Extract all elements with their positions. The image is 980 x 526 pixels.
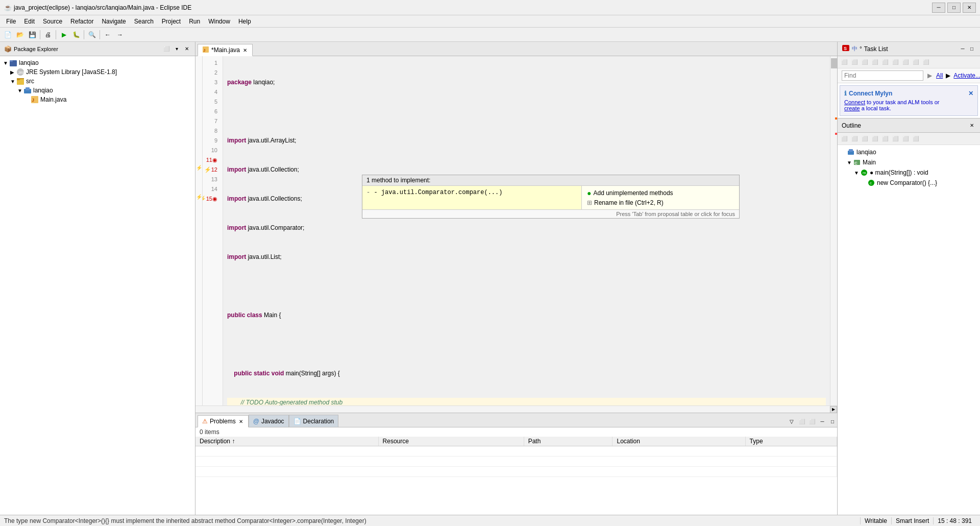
ac-rename-icon: ⊞ [587, 199, 592, 206]
outline-tb-btn2[interactable]: ⬜ [850, 134, 859, 144]
tree-item-src[interactable]: ▼ src [2, 77, 193, 86]
tab-declaration[interactable]: 📄 Declaration [289, 415, 339, 427]
editor-area: ⚡ ⚡ 1 2 3 4 5 6 7 8 9 10 11◉ ⚡12 13 14 [195, 56, 837, 405]
outline-tb-btn1[interactable]: ⬜ [840, 134, 849, 144]
tl-tb-btn1[interactable]: ⬜ [840, 58, 849, 67]
tab-problems-close[interactable]: ✕ [238, 418, 244, 424]
bottom-max-btn[interactable]: □ [828, 417, 837, 426]
ac-rename[interactable]: ⊞ Rename in file (Ctrl+2, R) [584, 198, 737, 207]
tree-item-jre[interactable]: ▶ JRE JRE System Library [JavaSE-1.8] [2, 67, 193, 77]
ac-add-icon: ● [587, 189, 591, 197]
lm-8 [195, 124, 202, 134]
editor-tab-close[interactable]: ✕ [242, 47, 248, 53]
menu-source[interactable]: Source [39, 17, 66, 26]
menu-window[interactable]: Window [204, 17, 234, 26]
tl-tb-btn4[interactable]: ⬜ [870, 58, 879, 67]
tl-tb-btn8[interactable]: ⬜ [911, 58, 920, 67]
outline-tb-btn5[interactable]: ⬜ [880, 134, 890, 144]
col-desc-label: Description [200, 438, 230, 445]
ac-item-compare[interactable]: - - java.util.Comparator.compare(...) [362, 188, 581, 197]
outline-close[interactable]: ✕ [968, 122, 976, 130]
col-resource[interactable]: Resource [378, 437, 524, 446]
bottom-min-btn[interactable]: ─ [818, 417, 827, 426]
tl-tb-btn9[interactable]: ⬜ [921, 58, 930, 67]
cm-link1[interactable]: Connect [844, 99, 865, 105]
bottom-toolbar-btn2[interactable]: ⬜ [807, 417, 817, 426]
table-row-empty3 [195, 467, 837, 477]
toolbar-run-button[interactable]: ▶ [58, 29, 69, 40]
bottom-toolbar-btn1[interactable]: ⬜ [797, 417, 806, 426]
pkg-menu-btn[interactable]: ▾ [173, 45, 181, 53]
col-path[interactable]: Path [524, 437, 612, 446]
toolbar-forward-button[interactable]: → [114, 29, 126, 40]
main-layout: 📦 Package Explorer ⬜ ▾ ✕ ▼ lanqiao ▶ JRE [0, 42, 980, 515]
outline-item-method[interactable]: ▼ m ● main(String[]) : void [840, 168, 978, 178]
minimize-button[interactable]: ─ [932, 3, 945, 13]
task-list-max[interactable]: □ [968, 45, 976, 53]
menu-navigate[interactable]: Navigate [97, 17, 130, 26]
tab-javadoc[interactable]: @ Javadoc [249, 415, 289, 427]
col-location[interactable]: Location [612, 437, 745, 446]
task-activate-label[interactable]: Activate... [953, 72, 980, 79]
col-type[interactable]: Type [745, 437, 837, 446]
code-content[interactable]: package lanqiao; import java.util.ArrayL… [223, 56, 830, 405]
task-find-input[interactable] [842, 70, 923, 81]
menu-refactor[interactable]: Refactor [66, 17, 97, 26]
center-layout: J *Main.java ✕ ⚡ [195, 42, 837, 515]
toolbar-print-button[interactable]: 🖨 [42, 29, 54, 40]
editor-tab-mainjava[interactable]: J *Main.java ✕ [198, 44, 253, 56]
tl-tb-btn2[interactable]: ⬜ [850, 58, 859, 67]
outline-tb-btn6[interactable]: ⬜ [891, 134, 900, 144]
tl-tb-btn6[interactable]: ⬜ [891, 58, 900, 67]
outline-item-comparator[interactable]: c new Comparator() {...} [840, 178, 978, 188]
outline-tb-btn7[interactable]: ⬜ [901, 134, 910, 144]
editor-scrollbar[interactable] [830, 56, 837, 405]
oi-icon-package [847, 148, 855, 156]
tree-item-project[interactable]: ▼ lanqiao [2, 58, 193, 67]
code-line-10 [227, 340, 826, 349]
task-find-all-label[interactable]: All [936, 72, 943, 79]
maximize-button[interactable]: □ [947, 3, 961, 13]
pkg-collapse-btn[interactable]: ⬜ [162, 45, 170, 53]
scrollbar-thumb[interactable] [831, 58, 837, 68]
outline-tb-btn4[interactable]: ⬜ [870, 134, 879, 144]
tree-item-mainjava[interactable]: J Main.java [2, 95, 193, 104]
tree-item-package[interactable]: ▼ lanqiao [2, 86, 193, 95]
tl-tb-btn3[interactable]: ⬜ [860, 58, 869, 67]
ac-add-methods[interactable]: ● Add unimplemented methods [584, 188, 737, 198]
outline-tb-btn3[interactable]: ⬜ [860, 134, 869, 144]
task-list-min[interactable]: ─ [959, 45, 967, 53]
tab-problems-label: Problems [210, 418, 236, 425]
pkg-close-btn[interactable]: ✕ [183, 45, 191, 53]
problems-table-body [195, 446, 837, 477]
toolbar-new-button[interactable]: 📄 [2, 29, 13, 40]
bottom-scrollbar[interactable]: ▶ [195, 405, 837, 413]
toolbar-save-button[interactable]: 💾 [27, 29, 38, 40]
toolbar-open-button[interactable]: 📂 [14, 29, 26, 40]
outline-tb-btn8[interactable]: ⬜ [911, 134, 920, 144]
tab-problems[interactable]: ⚠ Problems ✕ [198, 415, 249, 427]
menu-search[interactable]: Search [130, 17, 158, 26]
tab-javadoc-label: Javadoc [261, 418, 284, 425]
outline-item-package[interactable]: lanqiao [840, 147, 978, 157]
menu-edit[interactable]: Edit [20, 17, 39, 26]
cm-link2[interactable]: create [844, 105, 860, 111]
tl-tb-btn5[interactable]: ⬜ [880, 58, 890, 67]
menu-file[interactable]: File [2, 17, 20, 26]
close-button[interactable]: ✕ [963, 3, 976, 13]
jre-icon: JRE [16, 68, 24, 76]
filter-btn[interactable]: ▽ [787, 417, 796, 426]
menu-project[interactable]: Project [158, 17, 185, 26]
outline-item-class[interactable]: ▼ C Main [840, 157, 978, 168]
connect-mylyn-close[interactable]: ✕ [968, 90, 973, 97]
scroll-right-btn[interactable]: ▶ [830, 406, 837, 413]
menu-help[interactable]: Help [234, 17, 255, 26]
menu-run[interactable]: Run [185, 17, 204, 26]
toolbar-back-button[interactable]: ← [102, 29, 113, 40]
tree-arrow-src: ▼ [10, 79, 16, 84]
toolbar-debug-button[interactable]: 🐛 [70, 29, 82, 40]
col-description[interactable]: Description ↑ [195, 437, 378, 446]
toolbar-search-button[interactable]: 🔍 [86, 29, 97, 40]
lm-11 [195, 153, 202, 163]
tl-tb-btn7[interactable]: ⬜ [901, 58, 910, 67]
